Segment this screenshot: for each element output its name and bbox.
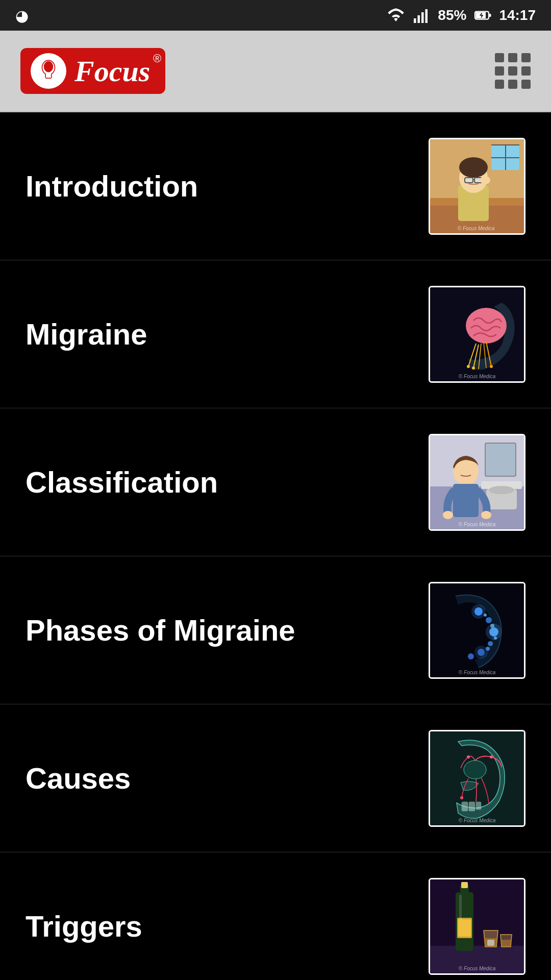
svg-text:© Focus Medica: © Focus Medica: [459, 670, 496, 675]
grid-dot: [508, 66, 517, 76]
menu-item-label-classification: Classification: [26, 465, 429, 499]
menu-item-causes[interactable]: Causes: [0, 704, 551, 852]
svg-rect-44: [453, 484, 479, 517]
grid-dot: [521, 53, 531, 62]
svg-text:© Focus Medica: © Focus Medica: [459, 818, 496, 823]
menu-thumbnail-causes: © Focus Medica: [429, 730, 525, 827]
status-left: ◕: [15, 7, 29, 24]
menu-thumbnail-triggers: © Focus Medica: [429, 878, 525, 975]
svg-point-34: [467, 365, 470, 368]
logo-text: Focus: [74, 54, 150, 88]
svg-rect-81: [487, 940, 494, 946]
registered-symbol: ®: [153, 52, 161, 65]
svg-point-25: [480, 176, 490, 184]
grid-dot: [521, 66, 531, 76]
svg-point-35: [472, 366, 475, 370]
svg-point-70: [467, 755, 470, 758]
svg-point-61: [486, 624, 502, 640]
grid-dot: [508, 53, 517, 62]
grid-dot: [521, 80, 531, 89]
svg-point-45: [443, 511, 453, 519]
svg-rect-80: [459, 895, 462, 920]
status-time: 14:17: [499, 7, 536, 23]
svg-point-55: [468, 653, 474, 659]
svg-point-21: [459, 157, 488, 178]
menu-item-label-migraine: Migraine: [26, 317, 429, 351]
battery-percent: 85%: [438, 7, 466, 23]
svg-point-36: [490, 365, 493, 368]
steering-wheel-icon: ◕: [15, 7, 29, 24]
svg-point-69: [490, 755, 493, 758]
svg-rect-11: [46, 74, 51, 78]
signal-icon: [412, 6, 431, 24]
svg-rect-16: [491, 157, 519, 158]
grid-dot: [495, 66, 504, 76]
svg-point-51: [486, 617, 492, 623]
grid-menu-button[interactable]: [495, 53, 531, 89]
svg-point-65: [464, 761, 486, 779]
grid-dot: [495, 53, 504, 62]
svg-point-62: [474, 646, 488, 659]
svg-rect-3: [425, 9, 428, 23]
svg-text:© Focus Medica: © Focus Medica: [459, 966, 496, 971]
menu-item-label-causes: Causes: [26, 761, 429, 795]
svg-rect-47: [485, 443, 516, 476]
grid-dot: [508, 80, 517, 89]
menu-list: Introduction: [0, 112, 551, 980]
grid-dot: [495, 80, 504, 89]
battery-icon: [473, 6, 492, 24]
svg-text:© Focus Medica: © Focus Medica: [459, 522, 496, 527]
app-header: Focus ®: [0, 31, 551, 112]
svg-rect-66: [462, 802, 468, 811]
logo-icon: [31, 53, 66, 89]
menu-item-triggers[interactable]: Triggers: [0, 852, 551, 980]
logo-container: Focus ®: [20, 48, 165, 94]
menu-thumbnail-migraine: © Focus Medica: [429, 286, 525, 383]
svg-point-60: [471, 604, 486, 619]
svg-rect-1: [418, 15, 420, 23]
logo-badge: Focus ®: [20, 48, 165, 94]
svg-point-53: [488, 641, 493, 646]
wifi-icon: [387, 6, 405, 24]
menu-item-label-introduction: Introduction: [26, 169, 429, 203]
menu-item-label-phases-of-migraine: Phases of Migraine: [26, 613, 429, 647]
svg-point-10: [44, 61, 53, 72]
status-bar: ◕ 85% 14:17: [0, 0, 551, 31]
menu-thumbnail-introduction: © Focus Medica: [429, 138, 525, 235]
menu-item-migraine[interactable]: Migraine: [0, 260, 551, 408]
svg-rect-22: [465, 178, 473, 183]
menu-item-classification[interactable]: Classification: [0, 408, 551, 556]
svg-rect-68: [476, 802, 481, 810]
svg-point-71: [460, 796, 463, 799]
svg-point-28: [466, 308, 507, 344]
svg-rect-79: [458, 919, 471, 937]
menu-item-introduction[interactable]: Introduction: [0, 112, 551, 260]
menu-item-label-triggers: Triggers: [26, 909, 429, 943]
svg-rect-0: [414, 18, 416, 23]
svg-point-46: [481, 511, 491, 519]
svg-rect-6: [489, 14, 491, 17]
menu-thumbnail-phases-of-migraine: © Focus Medica: [429, 582, 525, 679]
menu-thumbnail-classification: © Focus Medica: [429, 434, 525, 531]
status-right: 85% 14:17: [387, 6, 536, 24]
svg-text:© Focus Medica: © Focus Medica: [458, 226, 495, 231]
svg-rect-67: [469, 802, 475, 811]
svg-rect-2: [421, 12, 424, 23]
svg-point-42: [489, 486, 514, 494]
svg-rect-77: [461, 882, 468, 888]
menu-item-phases-of-migraine[interactable]: Phases of Migraine: [0, 556, 551, 704]
svg-text:© Focus Medica: © Focus Medica: [459, 374, 496, 379]
